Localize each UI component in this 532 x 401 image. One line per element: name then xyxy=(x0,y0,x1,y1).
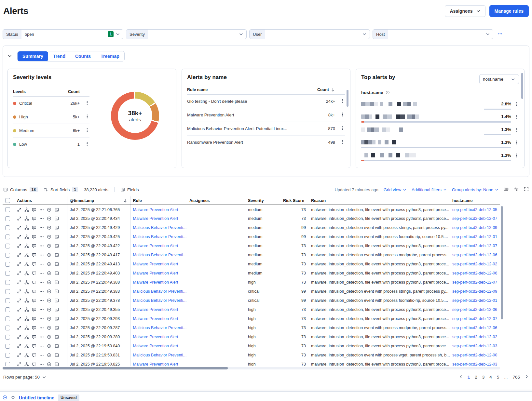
row-checkbox[interactable] xyxy=(5,234,10,239)
expand-alert-icon[interactable] xyxy=(17,326,21,330)
count-column-header[interactable]: Count xyxy=(313,85,335,95)
more-actions-icon[interactable] xyxy=(39,216,44,221)
analyze-event-icon[interactable] xyxy=(24,307,29,312)
add-note-icon[interactable] xyxy=(32,307,36,312)
kebab-menu-icon[interactable] xyxy=(85,128,89,132)
add-note-icon[interactable] xyxy=(32,353,36,357)
columns-button[interactable]: Columns 18 xyxy=(3,187,38,192)
expand-alert-icon[interactable] xyxy=(17,234,21,239)
row-checkbox[interactable] xyxy=(5,244,10,248)
rule-link[interactable]: Malware Prevention Alert xyxy=(133,207,178,212)
expand-alert-icon[interactable] xyxy=(17,298,21,303)
expand-alert-icon[interactable] xyxy=(17,207,21,212)
investigate-in-timeline-icon[interactable] xyxy=(54,225,59,230)
session-viewer-icon[interactable] xyxy=(47,335,51,339)
add-note-icon[interactable] xyxy=(32,234,36,239)
add-note-icon[interactable] xyxy=(32,316,36,321)
analyze-event-icon[interactable] xyxy=(24,253,29,257)
host-link[interactable]: sep-perf-bcd2-deb-12-07 xyxy=(452,244,497,248)
page-765-button[interactable]: 765 xyxy=(512,375,520,380)
host-link[interactable]: sep-perf-bcd2-deb-12-00 xyxy=(452,353,497,357)
investigate-in-timeline-icon[interactable] xyxy=(54,307,59,312)
filter-user[interactable]: User xyxy=(249,29,370,39)
row-checkbox[interactable] xyxy=(5,280,10,285)
rule-link[interactable]: Malicious Behavior Preventi... xyxy=(133,234,187,239)
analyze-event-icon[interactable] xyxy=(24,262,29,266)
session-viewer-icon[interactable] xyxy=(47,216,51,221)
add-note-icon[interactable] xyxy=(32,344,36,348)
page-2-button[interactable]: 2 xyxy=(475,375,477,380)
host-link[interactable]: sep-perf-bcd2-deb-12-07 xyxy=(452,216,497,221)
row-checkbox[interactable] xyxy=(5,316,10,321)
host-link[interactable]: sep-perf-bcd2-deb-12-01 xyxy=(452,298,497,303)
expand-alert-icon[interactable] xyxy=(17,353,21,357)
session-viewer-icon[interactable] xyxy=(47,280,51,285)
rule-link[interactable]: Malware Prevention Alert xyxy=(133,335,178,339)
investigate-in-timeline-icon[interactable] xyxy=(54,289,59,294)
host-link[interactable]: sep-perf-bcd2-deb-12-09 xyxy=(452,289,497,294)
rule-link[interactable]: Malicious Behavior Preventi... xyxy=(133,253,187,257)
keyboard-shortcuts-button[interactable] xyxy=(504,187,509,193)
rule-link[interactable]: Malware Prevention Alert xyxy=(133,307,178,312)
row-checkbox[interactable] xyxy=(5,298,10,303)
assignees-column-header[interactable]: Assignees xyxy=(187,196,245,205)
filter-severity[interactable]: Severity xyxy=(126,29,247,39)
investigate-in-timeline-icon[interactable] xyxy=(54,353,59,357)
row-checkbox[interactable] xyxy=(5,262,10,267)
rule-link[interactable]: Malware Prevention Alert xyxy=(133,216,178,221)
row-checkbox[interactable] xyxy=(5,335,10,340)
previous-page-button[interactable] xyxy=(459,375,463,380)
tab-treemap[interactable]: Treemap xyxy=(96,51,124,61)
add-note-icon[interactable] xyxy=(32,298,36,303)
more-actions-icon[interactable] xyxy=(39,253,44,257)
kebab-menu-icon[interactable] xyxy=(514,114,519,119)
rule-link[interactable]: Malicious Behavior Preventi... xyxy=(133,289,187,294)
add-note-icon[interactable] xyxy=(32,207,36,212)
more-actions-icon[interactable] xyxy=(39,316,44,321)
favorite-timeline-button[interactable] xyxy=(11,395,15,401)
analyze-event-icon[interactable] xyxy=(24,353,29,357)
row-checkbox[interactable] xyxy=(5,253,10,258)
expand-alert-icon[interactable] xyxy=(17,225,21,230)
more-actions-icon[interactable] xyxy=(39,289,44,294)
investigate-in-timeline-icon[interactable] xyxy=(54,271,59,275)
add-note-icon[interactable] xyxy=(32,225,36,230)
rule-link[interactable]: Malicious Behavior Preventi... xyxy=(133,225,187,230)
kebab-menu-icon[interactable] xyxy=(85,100,89,105)
more-actions-icon[interactable] xyxy=(39,244,44,248)
investigate-in-timeline-icon[interactable] xyxy=(54,316,59,321)
horizontal-scrollbar[interactable] xyxy=(3,367,500,369)
rows-per-page-button[interactable]: Rows per page: 50 xyxy=(3,375,47,380)
tab-counts[interactable]: Counts xyxy=(70,51,96,61)
analyze-event-icon[interactable] xyxy=(24,344,29,348)
open-timeline-button[interactable] xyxy=(3,395,7,401)
session-viewer-icon[interactable] xyxy=(47,262,51,266)
investigate-in-timeline-icon[interactable] xyxy=(54,280,59,285)
kebab-menu-icon[interactable] xyxy=(85,141,89,146)
manage-rules-button[interactable]: Manage rules xyxy=(489,5,529,17)
kebab-menu-icon[interactable] xyxy=(514,140,519,145)
host-link[interactable]: sep-perf-bcd2-deb-12-07 xyxy=(452,280,497,285)
host-link[interactable]: sep-perf-bcd2-deb-12-09 xyxy=(452,225,497,230)
session-viewer-icon[interactable] xyxy=(47,253,51,257)
rule-link[interactable]: Malicious Behavior Preventi... xyxy=(133,326,187,330)
analyze-event-icon[interactable] xyxy=(24,362,29,366)
host-link[interactable]: sep-perf-bcd2-deb-12-06 xyxy=(452,271,497,275)
select-all-checkbox[interactable] xyxy=(5,198,10,203)
sort-fields-button[interactable]: Sort fields 1 xyxy=(44,187,78,192)
kebab-menu-icon[interactable] xyxy=(514,102,519,106)
session-viewer-icon[interactable] xyxy=(47,289,51,294)
expand-alert-icon[interactable] xyxy=(17,316,21,321)
expand-alert-icon[interactable] xyxy=(17,289,21,294)
investigate-in-timeline-icon[interactable] xyxy=(54,234,59,239)
more-actions-icon[interactable] xyxy=(39,271,44,275)
horizontal-scrollbar-thumb[interactable] xyxy=(3,367,228,369)
expand-alert-icon[interactable] xyxy=(17,362,21,366)
more-actions-icon[interactable] xyxy=(39,307,44,312)
kebab-menu-icon[interactable] xyxy=(340,126,345,130)
investigate-in-timeline-icon[interactable] xyxy=(54,216,59,221)
severity-column-header[interactable]: Severity xyxy=(245,196,280,205)
investigate-in-timeline-icon[interactable] xyxy=(54,253,59,257)
row-checkbox[interactable] xyxy=(5,307,10,312)
page-4-button[interactable]: 4 xyxy=(489,375,492,380)
